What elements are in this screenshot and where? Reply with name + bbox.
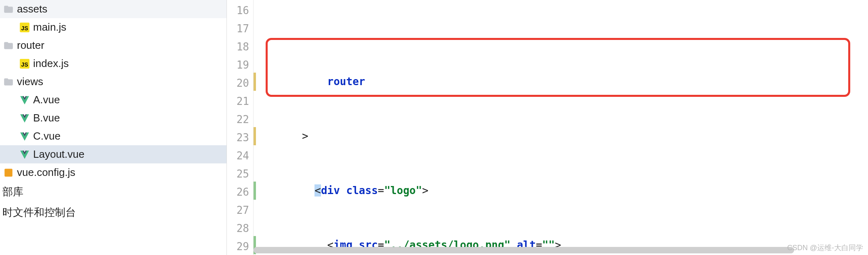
code-line[interactable]: > [254,127,868,145]
config-icon [3,167,14,178]
tree-item-label: views [17,75,43,88]
tree-item-label: index.js [33,57,69,70]
tree-item-a-vue[interactable]: A.vue [0,91,226,109]
code-line[interactable]: router [254,73,868,91]
tree-item-router[interactable]: router [0,36,226,54]
tree-item-layout-vue[interactable]: Layout.vue [0,145,226,163]
line-number: 28 [227,219,253,238]
tree-item-c-vue[interactable]: C.vue [0,127,226,145]
vue-icon [19,113,30,123]
token-router: router [327,75,365,88]
line-number: 17 [227,20,253,38]
panel-library[interactable]: 部库 [0,182,226,202]
tree-item-label: A.vue [33,94,60,106]
code-area[interactable]: router > <div class="logo"> <img src="..… [254,0,868,255]
tree-item-views[interactable]: views [0,73,226,91]
line-number: 24 [227,147,253,165]
project-tree[interactable]: assets JS main.js router JS index.js vie… [0,0,227,255]
tree-item-vue-config[interactable]: vue.config.js [0,163,226,182]
line-number: 20 [227,74,253,92]
tree-item-index-js[interactable]: JS index.js [0,54,226,73]
tree-item-assets[interactable]: assets [0,0,226,18]
line-number: 25 [227,165,253,183]
tree-item-b-vue[interactable]: B.vue [0,109,226,127]
line-number: 27 [227,201,253,219]
line-number: 18 [227,38,253,56]
token-attr: class [346,184,378,196]
line-number: 16 [227,2,253,20]
folder-icon [3,4,14,15]
scrollbar-thumb[interactable] [254,247,794,253]
tree-item-label: C.vue [33,130,61,142]
token-open: < [314,184,321,196]
vue-icon [19,95,30,105]
tree-item-label: assets [17,3,47,15]
ide-root: assets JS main.js router JS index.js vie… [0,0,868,255]
line-number: 22 [227,111,253,129]
code-editor[interactable]: 16 17 18 19 20 21 22 23 24 25 26 27 28 2… [227,0,868,255]
svg-text:JS: JS [21,61,28,67]
vue-icon [19,149,30,160]
tree-item-label: main.js [33,21,66,33]
tree-item-label: Layout.vue [33,148,84,161]
line-number: 23 [227,129,253,147]
line-number: 19 [227,56,253,74]
line-number: 29 [227,238,253,255]
horizontal-scrollbar[interactable] [254,247,868,253]
token-close: > [422,184,428,196]
folder-icon [3,77,14,87]
js-icon: JS [19,22,30,33]
token-tag: div [321,184,340,196]
panel-console[interactable]: 时文件和控制台 [0,202,226,223]
tree-item-label: vue.config.js [17,166,75,179]
token-bracket: > [302,130,308,142]
line-gutter: 16 17 18 19 20 21 22 23 24 25 26 27 28 2… [227,0,254,255]
code-line[interactable]: <div class="logo"> [254,182,868,200]
line-number: 21 [227,92,253,111]
svg-text:JS: JS [21,25,28,31]
tree-item-label: router [17,39,44,52]
tree-item-main-js[interactable]: JS main.js [0,18,226,36]
js-icon: JS [19,59,30,69]
vue-icon [19,131,30,142]
tree-item-label: B.vue [33,112,60,124]
watermark: CSDN @运维-大白同学 [787,243,863,253]
token-eq: = [378,184,384,196]
svg-rect-4 [4,169,13,177]
token-str: "logo" [384,184,422,196]
folder-icon [3,40,14,51]
line-number: 26 [227,183,253,201]
